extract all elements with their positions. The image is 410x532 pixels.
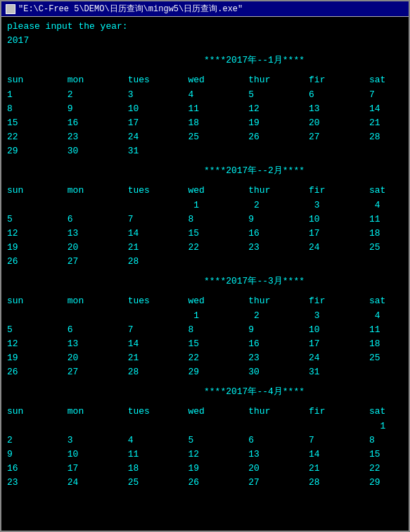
week-row: 29 30 31 [7,144,403,158]
week-row: 5 6 7 8 9 10 11 [7,213,403,227]
week-row: 15 16 17 18 19 20 21 [7,116,403,130]
week-row: 9 10 11 12 13 14 15 [7,448,403,462]
day-headers-row: sun mon tues wed thur fir sat [7,405,403,419]
week-row: 26 27 28 29 30 31 [7,365,403,379]
week-row: 16 17 18 19 20 21 22 [7,462,403,476]
window-icon [6,4,15,14]
blank-line [7,269,403,274]
blank-line [7,158,403,164]
month-header: ****2017年--2月**** [7,164,403,178]
week-row: 26 27 28 [7,255,403,269]
week-row: 8 9 10 11 12 13 14 [7,102,403,116]
blank-line [7,289,403,294]
main-window: "E:\C-Free 5\DEMO\日历查询\mingw5\日历查询.exe" … [0,0,410,532]
month-header: ****2017年--1月**** [7,53,403,68]
week-row: 5 6 7 8 9 10 11 [7,323,403,337]
week-row: 23 24 25 26 27 28 29 [7,476,403,490]
blank-line [7,68,403,73]
week-row: 1 2 3 4 [7,198,403,213]
blank-line [7,379,403,385]
title-bar-text: "E:\C-Free 5\DEMO\日历查询\mingw5\日历查询.exe" [18,3,243,15]
day-headers-row: sun mon tues wed thur fir sat [7,294,403,308]
blank-line [7,399,403,405]
week-row: 19 20 21 22 23 24 25 [7,241,403,255]
months-container: ****2017年--1月****sun mon tues wed thur f… [7,48,403,490]
day-headers-row: sun mon tues wed thur fir sat [7,73,403,87]
week-row: 1 [7,419,403,433]
terminal-content: please input the year: 2017 ****2017年--1… [1,17,409,493]
week-row: 19 20 21 22 23 24 25 [7,351,403,365]
week-row: 22 23 24 25 26 27 28 [7,130,403,144]
prompt-text: please input the year: [7,20,403,34]
title-bar: "E:\C-Free 5\DEMO\日历查询\mingw5\日历查询.exe" [1,1,409,17]
week-row: 1 2 3 4 [7,309,403,323]
week-row: 12 13 14 15 16 17 18 [7,227,403,241]
week-row: 12 13 14 15 16 17 18 [7,337,403,351]
week-row: 2 3 4 5 6 7 8 [7,433,403,448]
blank-line [7,48,403,53]
month-header: ****2017年--4月**** [7,385,403,399]
month-header: ****2017年--3月**** [7,274,403,289]
day-headers-row: sun mon tues wed thur fir sat [7,184,403,198]
week-row: 1 2 3 4 5 6 7 [7,88,403,102]
year-value: 2017 [7,34,403,48]
blank-line [7,178,403,184]
